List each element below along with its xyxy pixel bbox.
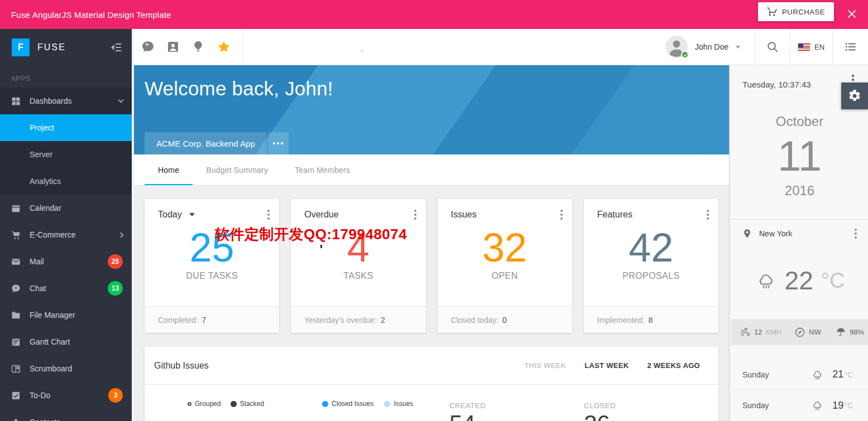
card-value: 42 [584, 228, 718, 268]
sidebar-item-calendar[interactable]: Calendar [0, 195, 132, 221]
purchase-button[interactable]: PURCHASE [758, 2, 834, 21]
chat-icon [11, 283, 21, 294]
toolbar: ” . [134, 29, 868, 65]
wind-direction-group: NW [794, 327, 821, 338]
widget-cards: Today 25 DUE TASKS Completed: 7 [145, 199, 718, 333]
stray-dot: . [361, 45, 363, 53]
quick-panel-toggle[interactable] [832, 29, 868, 65]
kebab-menu-icon[interactable] [560, 210, 563, 220]
fuse-logo: F [12, 38, 30, 56]
sidebar-item-project[interactable]: Project [0, 114, 132, 141]
app-window: Fuse AngularJS Material Design Template … [0, 0, 868, 421]
sidebar-item-label: Dashboards [30, 96, 72, 105]
stat-label: CLOSED [584, 401, 616, 410]
forecast-list: Sunday 21 °C Sunday 19 °C [731, 359, 868, 420]
online-status-badge [681, 51, 689, 59]
sidebar-item-gantt-chart[interactable]: Gantt Chart [0, 328, 132, 355]
sidebar-item-label: Scrumboard [30, 364, 72, 373]
sidebar-item-file-manager[interactable]: File Manager [0, 302, 132, 328]
github-issues-header: Github Issues THIS WEEK LAST WEEK 2 WEEK… [145, 347, 718, 385]
calendar-year: 2016 [731, 183, 868, 199]
sidebar-item-ecommerce[interactable]: E-Commerce [0, 221, 132, 248]
legend-closed-issues[interactable]: Closed Issues [322, 400, 373, 408]
weather-kebab-icon[interactable] [855, 229, 857, 239]
sidebar-item-todo[interactable]: To-Do 3 [0, 382, 132, 409]
brand-name: FUSE [37, 42, 109, 52]
tab-bar: Home Budget Summary Team Members [134, 154, 729, 186]
stat-value: 54 [449, 412, 486, 421]
range-two-weeks-ago[interactable]: 2 WEEKS AGO [647, 361, 700, 370]
list-icon [844, 40, 857, 54]
contacts-shortcut-icon[interactable] [166, 40, 180, 54]
range-this-week[interactable]: THIS WEEK [524, 361, 566, 370]
sidebar-item-label: Server [30, 150, 52, 159]
mail-icon [11, 257, 21, 267]
sidebar-item-scrumboard[interactable]: Scrumboard [0, 355, 132, 382]
collapse-sidebar-icon[interactable] [109, 41, 123, 54]
sidebar-item-mail[interactable]: Mail 25 [0, 248, 132, 275]
dashboard-icon [11, 96, 21, 107]
ideas-shortcut-icon[interactable] [191, 40, 205, 54]
card-footer-label: Yesterday's overdue: [304, 316, 377, 325]
search-button[interactable] [754, 29, 790, 65]
tab-team-members[interactable]: Team Members [281, 154, 363, 185]
sidebar-item-label: Mail [30, 257, 44, 266]
project-more-button[interactable] [268, 132, 289, 154]
card-footer-label: Closed today: [451, 316, 499, 325]
legend-issues[interactable]: Issues [384, 400, 413, 408]
sidebar-item-dashboards[interactable]: Dashboards [0, 88, 132, 114]
wind-icon [740, 327, 751, 338]
purchase-label: PURCHASE [782, 8, 825, 16]
forecast-row: Sunday 19 °C [731, 390, 868, 420]
today-card: Today 25 DUE TASKS Completed: 7 [145, 199, 279, 333]
wind-speed-group: 12 KMH [740, 327, 781, 338]
main-content: Welcome back, John! ACME Corp. Backend A… [134, 65, 729, 421]
project-name-button[interactable]: ACME Corp. Backend App [145, 132, 267, 154]
kebab-menu-icon[interactable] [707, 210, 709, 220]
user-menu[interactable]: John Doe [655, 29, 754, 65]
date-widget-kebab-icon[interactable] [852, 75, 854, 85]
sidebar-item-chat[interactable]: Chat 13 [0, 275, 132, 302]
dashboard-content: Today 25 DUE TASKS Completed: 7 [134, 186, 729, 421]
card-footer-value: 0 [502, 316, 507, 325]
wind-speed-value: 12 [754, 328, 762, 336]
person-icon [11, 417, 21, 421]
settings-gear-button[interactable] [841, 83, 868, 109]
kebab-menu-icon[interactable] [414, 210, 416, 220]
forecast-temp: 19 [832, 400, 843, 412]
humidity-group: 98% [836, 327, 864, 337]
week-range-tabs: THIS WEEK LAST WEEK 2 WEEKS AGO [524, 361, 700, 370]
close-icon[interactable] [845, 7, 859, 22]
github-issues-body: Grouped Stacked Closed Issues Issues [145, 385, 718, 408]
sidebar-item-contacts[interactable]: Contacts [0, 409, 132, 421]
chat-shortcut-icon[interactable]: ” [141, 40, 155, 54]
card-footer-label: Completed: [158, 316, 198, 325]
dropdown-arrow-icon[interactable] [189, 213, 195, 216]
language-selector[interactable]: EN [790, 29, 832, 65]
overdue-card: Overdue 4 TASKS Yesterday's overdue: 2 [291, 199, 425, 333]
rain-cloud-icon [755, 269, 777, 292]
chat-badge: 13 [108, 281, 123, 296]
more-icon [273, 142, 283, 144]
calendar-month: October [731, 114, 868, 129]
toolbar-shortcuts: ” [134, 29, 231, 65]
legend-grouped[interactable]: Grouped [188, 400, 221, 408]
location-pin-icon [742, 228, 752, 239]
sidebar-item-label: Gantt Chart [30, 337, 70, 346]
sidebar-item-label: Chat [30, 284, 46, 293]
temperature-value: 22 [785, 268, 813, 293]
tab-home[interactable]: Home [145, 154, 193, 185]
github-issues-title: Github Issues [154, 361, 209, 371]
chevron-down-icon [118, 97, 124, 103]
kebab-menu-icon[interactable] [267, 210, 270, 220]
sidebar-item-analytics[interactable]: Analytics [0, 168, 132, 195]
legend-stacked[interactable]: Stacked [231, 400, 264, 408]
gear-icon [848, 89, 861, 103]
calendar-icon [11, 203, 21, 214]
favorite-star-icon[interactable] [217, 40, 231, 54]
sidebar-item-server[interactable]: Server [0, 141, 132, 168]
range-last-week[interactable]: LAST WEEK [584, 361, 629, 370]
forecast-temp-unit: °C [844, 370, 853, 379]
tab-budget-summary[interactable]: Budget Summary [193, 154, 281, 185]
right-sidebar: Tuesday, 10:37:43 October 11 2016 New Yo… [731, 65, 868, 421]
